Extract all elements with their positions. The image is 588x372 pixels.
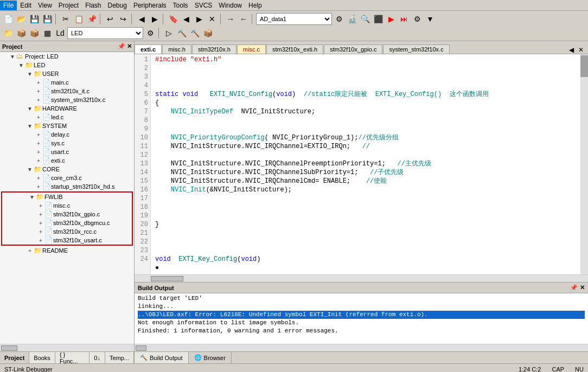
tree-item-hardware[interactable]: ▼ 📁 HARDWARE [0, 104, 134, 113]
prev-bookmark-button[interactable]: ◀ [180, 13, 192, 25]
expand-icon[interactable]: + [35, 184, 42, 190]
editor-horiz-scroll[interactable] [135, 274, 588, 282]
tab-scroll-left-icon[interactable]: ◀ [567, 46, 576, 54]
tree-item-gpio[interactable]: + 📄 stm32f10x_gpio.c [2, 210, 132, 219]
menu-project[interactable]: Project [55, 1, 82, 10]
tree-item-delay[interactable]: + 📄 delay.c [0, 130, 134, 139]
expand-icon[interactable]: + [35, 149, 42, 155]
tree-item-sys[interactable]: + 📄 sys.c [0, 139, 134, 147]
project-dropdown[interactable]: AD_data1 [256, 13, 332, 25]
build-content[interactable]: Build target 'LED' linking... ..\OBJ\LED… [135, 293, 588, 344]
tb2-btn5[interactable]: Ld [54, 27, 66, 39]
tab-func[interactable]: { } Func... [55, 352, 90, 363]
tb2-btn2[interactable]: 📦 [15, 27, 27, 39]
expand-icon[interactable]: + [35, 132, 42, 138]
target-settings-button[interactable]: ⚙ [144, 27, 156, 39]
tree-item-usart-fw[interactable]: + 📄 stm32f10x_usart.c [2, 236, 132, 245]
target-dropdown[interactable]: LED [67, 27, 143, 39]
scroll-thumb[interactable] [580, 55, 588, 77]
build-error-line[interactable]: ..\OBJ\LED.axf: Error: L6218E: Undefined… [138, 311, 585, 319]
scroll-thumb[interactable] [1, 345, 17, 351]
tab-close-icon[interactable]: ✕ [576, 46, 586, 54]
tree-item-fwlib[interactable]: ▼ 📁 FWLIB [2, 193, 132, 201]
tab-temp[interactable]: Temp... [105, 352, 134, 363]
target-options-button[interactable]: 🔬 [346, 13, 358, 25]
rebuild-button[interactable]: 🔨 [189, 27, 201, 39]
expand-readme-icon[interactable]: + [26, 248, 34, 254]
tab-system-stm32f10x-c[interactable]: system_stm32f10x.c [383, 44, 449, 54]
menu-peripherals[interactable]: Peripherals [130, 1, 170, 10]
save-button[interactable]: 💾 [28, 13, 40, 25]
expand-icon[interactable]: + [37, 229, 44, 235]
tab-browser[interactable]: 🌐 Browser [189, 352, 232, 363]
tab-books[interactable]: Books [29, 352, 55, 363]
bookmark-button[interactable]: 🔖 [167, 13, 179, 25]
menu-debug[interactable]: Debug [105, 1, 130, 10]
tb2-btn4[interactable]: ▦ [41, 27, 53, 39]
build-horiz-scroll[interactable] [135, 344, 588, 351]
menu-help[interactable]: Help [245, 1, 265, 10]
clear-bookmark-button[interactable]: ✕ [206, 13, 218, 25]
tab-exti-c[interactable]: exti.c [135, 44, 162, 54]
translate-button[interactable]: ▷ [163, 27, 175, 39]
expand-icon[interactable]: + [37, 238, 44, 243]
code-editor[interactable]: #include "exti.h" static void EXTI_NVIC_… [151, 54, 580, 274]
tab-misc-h[interactable]: misc.h [162, 44, 191, 54]
expand-icon[interactable]: + [37, 203, 44, 209]
copy-button[interactable]: 📋 [73, 13, 85, 25]
more-button[interactable]: ▼ [424, 13, 436, 25]
build-button[interactable]: 🔨 [176, 27, 188, 39]
expand-icon[interactable]: + [35, 175, 42, 181]
tree-item-exti[interactable]: + 📄 exti.c [0, 156, 134, 165]
tab-build-output[interactable]: 🔨 Build Output [135, 352, 189, 363]
menu-flash[interactable]: Flash [82, 1, 104, 10]
close-build-icon[interactable]: ✕ [580, 284, 585, 291]
open-button[interactable]: 📂 [15, 13, 27, 25]
tree-item-usart[interactable]: + 📄 usart.c [0, 147, 134, 156]
tree-item-system-stm32[interactable]: + 📄 system_stm32f10x.c [0, 95, 134, 104]
expand-icon[interactable]: + [35, 97, 42, 103]
expand-icon[interactable]: + [37, 220, 44, 226]
expand-root-icon[interactable]: ▼ [9, 54, 16, 60]
tab-misc-c[interactable]: misc.c [237, 44, 266, 54]
tree-item-main-c[interactable]: + 📄 main.c [0, 78, 134, 87]
project-tree[interactable]: ▼ 🗂 Project: LED ▼ 📁 LED ▼ 📁 USER [0, 52, 134, 344]
menu-tools[interactable]: Tools [170, 1, 191, 10]
expand-fwlib-icon[interactable]: ▼ [28, 194, 36, 200]
tree-item-readme[interactable]: + 📁 README [0, 246, 134, 255]
expand-icon[interactable]: + [35, 114, 42, 120]
editor-scrollbar[interactable] [580, 54, 588, 274]
expand-icon[interactable]: + [35, 158, 42, 164]
undo-button[interactable]: ↩ [104, 13, 116, 25]
stop-build-button[interactable]: ⬛ [372, 13, 384, 25]
unindent-button[interactable]: ← [238, 13, 250, 25]
tree-item-stm32f10x-it[interactable]: + 📄 stm32f10x_it.c [0, 87, 134, 95]
close-panel-icon[interactable]: ✕ [127, 43, 132, 50]
nav-back-button[interactable]: ◀ [136, 13, 148, 25]
redo-button[interactable]: ↪ [117, 13, 129, 25]
expand-icon[interactable]: + [37, 211, 44, 217]
editor-scroll-thumb[interactable] [151, 276, 183, 281]
indent-button[interactable]: → [225, 13, 237, 25]
tb2-btn1[interactable]: 📁 [2, 27, 14, 39]
tree-item-system[interactable]: ▼ 📁 SYSTEM [0, 121, 134, 130]
config-button[interactable]: ⚙ [411, 13, 423, 25]
expand-led-icon[interactable]: ▼ [17, 62, 25, 68]
batch-build-button[interactable]: 📦 [202, 27, 214, 39]
tree-item-rcc[interactable]: + 📄 stm32f10x_rcc.c [2, 227, 132, 236]
tab-stm32f10x-exti-h[interactable]: stm32f10x_exti.h [266, 44, 323, 54]
dropdown-icon[interactable]: ⚙ [333, 13, 345, 25]
tab-zero[interactable]: 0↓ [90, 352, 105, 363]
expand-icon[interactable]: + [35, 88, 42, 94]
tree-item-core-cm3[interactable]: + 📄 core_cm3.c [0, 174, 134, 182]
save-all-button[interactable]: 💾 [41, 13, 53, 25]
tab-project[interactable]: Project [0, 352, 29, 363]
cut-button[interactable]: ✂ [60, 13, 72, 25]
pin-icon[interactable]: 📌 [118, 43, 125, 50]
tree-item-misc-c[interactable]: + 📄 misc.c [2, 201, 132, 210]
find-button[interactable]: 🔍 [359, 13, 371, 25]
expand-icon[interactable]: + [35, 140, 42, 146]
expand-hardware-icon[interactable]: ▼ [26, 106, 34, 112]
nav-fwd-button[interactable]: ▶ [149, 13, 161, 25]
pin-build-icon[interactable]: 📌 [570, 284, 578, 291]
